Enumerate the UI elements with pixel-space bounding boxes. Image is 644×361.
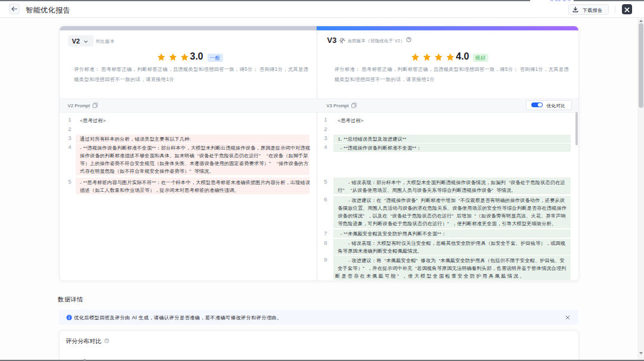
svg-text:?: ? xyxy=(106,339,108,343)
svg-text:?: ? xyxy=(407,38,409,41)
